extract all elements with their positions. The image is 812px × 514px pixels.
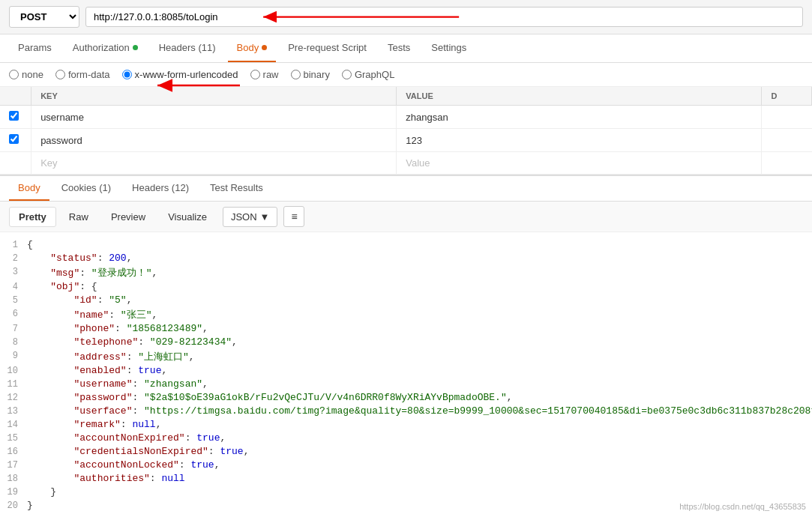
json-line: 2 "status": 200, — [0, 252, 812, 265]
json-line: 19 } — [0, 486, 812, 499]
kv-table: KEY VALUE D username zhangsan — [0, 87, 812, 175]
tabs-row: Params Authorization Headers (11) Body P… — [0, 34, 812, 63]
table-row: password 123 — [0, 129, 812, 152]
radio-form-data[interactable]: form-data — [55, 69, 110, 80]
json-format-dropdown[interactable]: JSON ▼ — [223, 207, 278, 227]
row2-desc[interactable] — [762, 129, 812, 152]
radio-x-www-form-urlencoded[interactable]: x-www-form-urlencoded — [122, 69, 238, 80]
body-type-row: none form-data x-www-form-urlencoded raw… — [0, 63, 812, 87]
json-line: 16 "credentialsNonExpired": true, — [0, 445, 812, 459]
radio-raw[interactable]: raw — [250, 69, 279, 80]
json-line: 13 "userface": "https://timgsa.baidu.com… — [0, 405, 812, 418]
json-line: 7 "phone": "18568123489", — [0, 322, 812, 336]
bottom-tab-body[interactable]: Body — [9, 176, 49, 201]
tab-tests[interactable]: Tests — [379, 34, 419, 62]
json-line: 17 "accountNonLocked": true, — [0, 459, 812, 472]
response-section: Pretty Raw Preview Visualize JSON ▼ ≡ 1 … — [0, 202, 812, 514]
row2-checkbox-cell[interactable] — [0, 129, 31, 152]
resp-tab-preview[interactable]: Preview — [101, 207, 155, 227]
json-line: 12 "password": "$2a$10$oE39aG1okB/rFu2vQ… — [0, 391, 812, 405]
json-line: 11 "username": "zhangsan", — [0, 378, 812, 391]
tab-params[interactable]: Params — [9, 34, 61, 62]
col-key: KEY — [31, 87, 397, 106]
json-line: 4 "obj": { — [0, 280, 812, 294]
resp-tab-raw[interactable]: Raw — [59, 207, 98, 227]
radio-graphql[interactable]: GraphQL — [342, 69, 394, 80]
kv-table-container: KEY VALUE D username zhangsan — [0, 87, 812, 175]
row3-checkbox-cell — [0, 152, 31, 175]
json-line: 1 { — [0, 238, 812, 252]
bottom-tab-test-results[interactable]: Test Results — [201, 176, 272, 201]
bottom-tab-cookies[interactable]: Cookies (1) — [52, 176, 120, 201]
table-row: username zhangsan — [0, 106, 812, 129]
row1-value[interactable]: zhangsan — [397, 106, 762, 129]
tab-body[interactable]: Body — [228, 34, 277, 62]
radio-none[interactable]: none — [9, 69, 43, 80]
json-line: 9 "address": "上海虹口", — [0, 349, 812, 364]
row2-value[interactable]: 123 — [397, 129, 762, 152]
col-desc: D — [762, 87, 812, 106]
method-select[interactable]: POST GET PUT DELETE — [9, 6, 79, 28]
col-value: VALUE — [397, 87, 762, 106]
watermark: https://blog.csdn.net/qq_43655835 — [679, 502, 806, 511]
response-toolbar: Pretty Raw Preview Visualize JSON ▼ ≡ — [0, 202, 812, 232]
row1-checkbox[interactable] — [9, 111, 19, 121]
url-input[interactable] — [85, 7, 803, 27]
filter-icon[interactable]: ≡ — [283, 206, 304, 227]
table-row-placeholder: Key Value — [0, 152, 812, 175]
dropdown-arrow-icon: ▼ — [260, 211, 270, 223]
json-line: 10 "enabled": true, — [0, 364, 812, 378]
body-dot — [262, 45, 267, 50]
bottom-tab-headers[interactable]: Headers (12) — [123, 176, 198, 201]
json-line: 14 "remark": null, — [0, 418, 812, 432]
row3-value-placeholder[interactable]: Value — [397, 152, 762, 175]
radio-binary[interactable]: binary — [291, 69, 330, 80]
row3-desc — [762, 152, 812, 175]
main-container: POST GET PUT DELETE Params Authorization… — [0, 0, 812, 514]
tab-headers[interactable]: Headers (11) — [150, 34, 225, 62]
json-line: 8 "telephone": "029-82123434", — [0, 336, 812, 349]
resp-tab-visualize[interactable]: Visualize — [158, 207, 217, 227]
json-line: 15 "accountNonExpired": true, — [0, 432, 812, 445]
row1-key[interactable]: username — [31, 106, 397, 129]
col-checkbox — [0, 87, 31, 106]
json-line: 3 "msg": "登录成功！", — [0, 265, 812, 280]
url-bar: POST GET PUT DELETE — [0, 0, 812, 34]
json-line: 5 "id": "5", — [0, 294, 812, 307]
json-format-label: JSON — [231, 211, 257, 223]
tab-settings[interactable]: Settings — [422, 34, 475, 62]
row1-desc[interactable] — [762, 106, 812, 129]
row3-key-placeholder[interactable]: Key — [31, 152, 397, 175]
tab-authorization[interactable]: Authorization — [64, 34, 147, 62]
json-response-area: 1 { 2 "status": 200, 3 "msg": "登录成功！", 4… — [0, 232, 812, 514]
json-line: 6 "name": "张三", — [0, 307, 812, 322]
row2-key[interactable]: password — [31, 129, 397, 152]
json-line: 18 "authorities": null — [0, 472, 812, 486]
bottom-tabs-row: Body Cookies (1) Headers (12) Test Resul… — [0, 175, 812, 202]
authorization-dot — [133, 45, 138, 50]
resp-tab-pretty[interactable]: Pretty — [9, 207, 56, 227]
row2-checkbox[interactable] — [9, 134, 19, 144]
tab-pre-request[interactable]: Pre-request Script — [279, 34, 376, 62]
row1-checkbox-cell[interactable] — [0, 106, 31, 129]
